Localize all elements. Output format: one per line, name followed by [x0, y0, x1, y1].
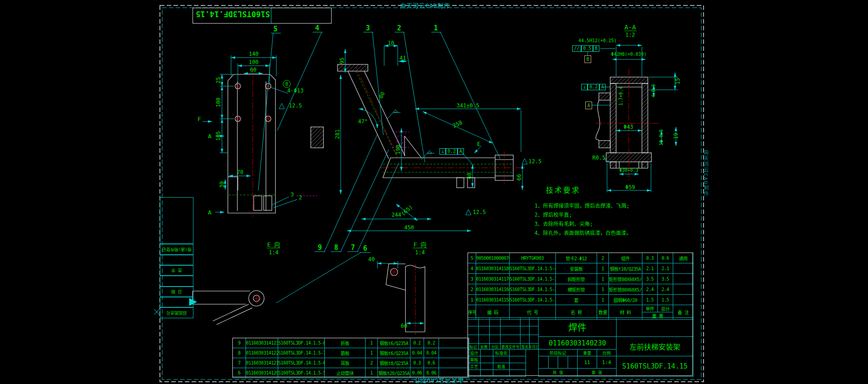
- sign-cell: [480, 349, 493, 356]
- tech-requirement-item: 4、除孔外，表面做防锈底漆，白色面漆。: [535, 228, 652, 238]
- balloon-number-7: 7: [351, 243, 355, 252]
- dim-label: 60: [401, 323, 407, 329]
- sign-cell: 审核: [468, 356, 481, 363]
- tech-requirements-list: 1、所有焊接须牢固，焊后去焊渣、飞溅;2、焊后校平直;3、去除所有毛刺、尖角;4…: [535, 201, 652, 238]
- bom-cell-name: 安装板: [556, 263, 597, 274]
- dim-label: 100: [216, 97, 221, 107]
- bom-cell-code: 01160303141170: [476, 274, 510, 284]
- company-cell: [616, 317, 694, 337]
- sign-cell: 批准: [493, 363, 510, 370]
- weight-value: 11: [577, 356, 597, 369]
- dim-label: 47°: [358, 119, 368, 124]
- bom-row: 590500010000070HRYTGK003管卡2-Φ122组件0.30.6…: [468, 253, 694, 263]
- bom-cell-seq: 5: [468, 253, 476, 263]
- rev-cell: [468, 317, 479, 326]
- sheet-label: S160TSL3DF.14.15: [198, 10, 270, 19]
- part-type: 焊件: [538, 317, 617, 337]
- gdt-cell: B: [593, 45, 599, 52]
- rev-cell: [468, 335, 479, 344]
- bom-row: 201160303141160S160TSL3DF.14.1.5-2横矩形管1矩…: [468, 284, 694, 295]
- rev-cell: [520, 326, 530, 335]
- gdt-cell: 0.2: [588, 84, 599, 90]
- bom-cell-seq: 1: [468, 295, 476, 305]
- gdt-cell: A: [599, 84, 606, 90]
- rev-header: 签名: [520, 343, 530, 350]
- bom-cell-name: 筋板: [325, 348, 366, 358]
- tech-requirements-title: 技术要求: [546, 184, 652, 195]
- bom-cell-qty: 1: [597, 295, 609, 305]
- bom-cell-code: 01160303141220: [246, 348, 278, 358]
- gdt-cell: ⊥: [581, 84, 588, 90]
- dim-label: Φ59: [625, 185, 635, 190]
- cad-drawing-sheet: 由天河云CAD制作 由天河云CAD制作 由天河云CAD制作 S160TSL3DF…: [0, 0, 868, 384]
- bom-cell-unit: 3.5: [642, 274, 658, 284]
- bom-cell-part_no: S160TSL3DF.14.1.5-8: [278, 338, 325, 348]
- bom-cell-note: [439, 338, 469, 348]
- product-name: 左前扶梯安装架: [616, 336, 694, 356]
- bom-cell-total: 0.6: [424, 358, 439, 368]
- bom-cell-unit: 0.3: [410, 358, 424, 368]
- bom-cell-total: 1.5: [658, 295, 673, 305]
- rev-cell: [529, 335, 539, 344]
- bom-cell-name: 止动垫块: [325, 368, 366, 378]
- sign-cell: [509, 369, 526, 377]
- gdt-cell: ⊥: [439, 148, 446, 155]
- gdt-cell: 0.2: [446, 148, 458, 155]
- bom-cell-part_no: S160TSL3DF.14.1.5-2: [510, 284, 556, 295]
- dim-label: A-A: [624, 24, 636, 30]
- stage-header: 比例: [597, 349, 617, 356]
- rev-cell: [520, 317, 530, 326]
- sign-cell: 设计: [468, 349, 481, 356]
- bom-row: 801160303141220S160TSL3DF.14.1.5-7筋板1钢板t…: [233, 348, 469, 358]
- bom-cell-qty: 1: [597, 274, 609, 284]
- dim-label: Φ30+0.3: [619, 168, 638, 173]
- tech-requirement-item: 2、焊后校平直;: [535, 210, 652, 219]
- datum-square-A: A: [585, 102, 592, 109]
- sign-cell: [509, 363, 526, 370]
- datum-square-B: B: [584, 55, 591, 63]
- bom-cell-name: 管卡2-Φ12: [556, 253, 597, 263]
- sign-cell: [480, 356, 493, 363]
- dim-label: 19: [673, 133, 679, 139]
- bom-cell-material: 矩形管80X60X5/Q235A: [609, 284, 642, 295]
- bom-cell-part_no: HRYTGK003: [510, 253, 556, 263]
- rev-cell: [500, 335, 521, 344]
- stage-mark-cell: [538, 356, 549, 369]
- margin-block-label: 日 期: [171, 289, 182, 295]
- tech-requirement-item: 1、所有焊接须牢固，焊后去焊渣、飞溅;: [535, 201, 652, 210]
- dim-label: E: [477, 141, 481, 147]
- bom-cell-qty: 1: [597, 284, 609, 295]
- bom-cell-unit: 0.04: [410, 348, 424, 358]
- dim-label: 1.7+0.4: [619, 87, 623, 106]
- gdt-frame: ⊥0.2A: [581, 84, 606, 90]
- dim-label: 40: [467, 173, 472, 179]
- bom-cell-qty: 2: [366, 358, 378, 368]
- technical-requirements: 技术要求 1、所有焊接须牢固，焊后去焊渣、飞溅;2、焊后校平直;3、去除所有毛刺…: [535, 184, 652, 238]
- margin-block-label: 签 字: [171, 267, 182, 273]
- dim-label: 60: [250, 67, 256, 73]
- gdt-cell: A: [458, 148, 464, 155]
- rev-header: 分区: [489, 343, 501, 350]
- left-view: [228, 74, 275, 213]
- sign-cell: [493, 369, 510, 377]
- dim-label: 12.5: [289, 103, 302, 108]
- dim-label: 281: [335, 129, 340, 139]
- dim-label: 100: [249, 59, 259, 65]
- bom-cell-code: 01160303141180: [476, 263, 510, 274]
- bom-cell-qty: 1: [366, 348, 378, 358]
- bom-cell-material: 组件: [609, 253, 642, 263]
- rev-cell: [489, 326, 501, 335]
- balloon-number-3: 3: [366, 24, 370, 32]
- dim-label: 25: [216, 77, 221, 83]
- bom-cell-seq: 8: [233, 348, 246, 358]
- rev-cell: [500, 317, 521, 326]
- bom-cell-code: 01160303141230: [246, 338, 278, 348]
- dim-label: 244: [391, 212, 401, 218]
- divider: [271, 8, 271, 23]
- bom-cell-note: [673, 274, 694, 284]
- sheet-number: 第 张: [577, 368, 617, 377]
- balloon-number-9: 9: [318, 243, 322, 252]
- bom-cell-part_no: S160TSL3DF.14.1.5-3: [510, 274, 556, 284]
- bom-cell-note: [673, 284, 694, 295]
- sheet-total: 共 张: [538, 368, 578, 377]
